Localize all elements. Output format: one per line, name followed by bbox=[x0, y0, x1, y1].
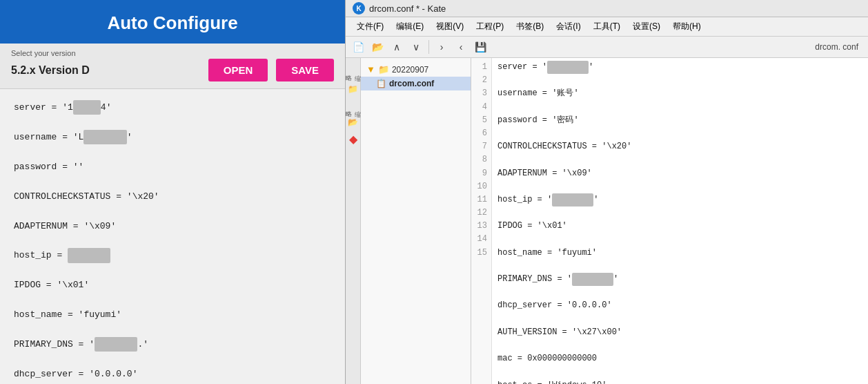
kate-title: drcom.conf * - Kate bbox=[369, 3, 446, 14]
sidebar-project-icon[interactable]: 缩略 bbox=[347, 99, 359, 112]
save-file-button[interactable]: 💾 bbox=[472, 39, 489, 55]
editor-line-4: CONTROLCHECKSTATUS = '\x20' bbox=[497, 140, 862, 153]
toolbar-separator bbox=[428, 40, 429, 54]
menu-help[interactable]: 帮助(H) bbox=[667, 19, 707, 35]
editor-line-6: host_ip = '████████' bbox=[497, 193, 862, 207]
code-line-4: CONTROLCHECKSTATUS = '\x20' bbox=[14, 189, 331, 204]
editor-line-5: ADAPTERNUM = '\x09' bbox=[497, 167, 862, 180]
sidebar-folder-icon[interactable]: 📁 bbox=[347, 83, 359, 95]
nav-forward-button[interactable]: › bbox=[433, 39, 450, 55]
kate-toolbar: 📄 📂 ∧ ∨ › ‹ 💾 drcom. conf bbox=[346, 37, 868, 58]
code-line-3: password = '' bbox=[14, 160, 331, 174]
editor-line-12: mac = 0x000000000000 bbox=[497, 352, 862, 365]
menu-file[interactable]: 文件(F) bbox=[351, 19, 389, 35]
editor-line-8: host_name = 'fuyumi' bbox=[497, 247, 862, 260]
save-button[interactable]: SAVE bbox=[276, 59, 334, 81]
code-line-8: host_name = 'fuyumi' bbox=[14, 307, 331, 322]
code-line-5: ADAPTERNUM = '\x09' bbox=[14, 219, 331, 233]
menu-session[interactable]: 会话(I) bbox=[551, 19, 586, 35]
nav-down-button[interactable]: ∨ bbox=[408, 39, 424, 55]
git-icon[interactable]: ◆ bbox=[349, 133, 357, 146]
tree-file-item[interactable]: 📋 drcom.conf bbox=[361, 77, 471, 90]
version-value: 5.2.x Version D bbox=[11, 64, 200, 77]
open-file-button[interactable]: 📂 bbox=[369, 39, 386, 55]
tree-folder-item[interactable]: ▼ 📁 20220907 bbox=[361, 62, 471, 77]
controls-bar: Select your version 5.2.x Version D OPEN… bbox=[0, 44, 345, 89]
menu-settings[interactable]: 设置(S) bbox=[627, 19, 666, 35]
kate-app-icon bbox=[353, 2, 365, 15]
folder-name: 20220907 bbox=[392, 65, 428, 75]
code-line-7: IPDOG = '\x01' bbox=[14, 278, 331, 292]
menu-bookmark[interactable]: 书签(B) bbox=[511, 19, 549, 35]
code-line-10: dhcp_server = '0.0.0.0' bbox=[14, 367, 331, 381]
file-name: drcom.conf bbox=[389, 79, 434, 88]
code-line-9: PRIMARY_DNS = '████████.' bbox=[14, 337, 331, 352]
app-title: Auto Configure bbox=[0, 0, 345, 44]
nav-back-button[interactable]: ‹ bbox=[453, 39, 469, 55]
nav-up-button[interactable]: ∧ bbox=[388, 39, 405, 55]
code-editor-area: 123456789101112131415 server = '████████… bbox=[471, 58, 868, 384]
folder-icon2: 📁 bbox=[378, 64, 389, 75]
code-lines-container: 123456789101112131415 server = '████████… bbox=[471, 58, 868, 384]
open-button[interactable]: OPEN bbox=[208, 59, 268, 81]
editor-line-9: PRIMARY_DNS = '████████' bbox=[497, 273, 862, 286]
editor-line-10: dhcp_server = '0.0.0.0' bbox=[497, 299, 862, 312]
code-line-2: username = 'L████████' bbox=[14, 130, 331, 144]
code-line-6: host_ip = ████████ bbox=[14, 248, 331, 262]
menu-tools[interactable]: 工具(T) bbox=[588, 19, 626, 35]
kate-editor: drcom.conf * - Kate 文件(F) 编辑(E) 视图(V) 工程… bbox=[345, 0, 868, 384]
code-content[interactable]: server = '████████' username = '账号' pass… bbox=[492, 58, 868, 384]
line-numbers: 123456789101112131415 bbox=[471, 58, 492, 384]
editor-line-11: AUTH_VERSION = '\x27\x00' bbox=[497, 326, 862, 339]
menu-edit[interactable]: 编辑(E) bbox=[391, 19, 429, 35]
file-icon: 📋 bbox=[376, 79, 386, 88]
folder-icon: ▼ bbox=[366, 64, 375, 75]
menu-view[interactable]: 视图(V) bbox=[431, 19, 469, 35]
new-file-button[interactable]: 📄 bbox=[350, 39, 366, 55]
kate-sidebar: 缩略 📁 缩略 📂 ◆ bbox=[346, 58, 361, 384]
file-tree-panel: ▼ 📁 20220907 📋 drcom.conf bbox=[361, 58, 471, 384]
kate-body: 缩略 📁 缩略 📂 ◆ ▼ 📁 20220907 📋 drcom.conf 12… bbox=[346, 58, 868, 384]
sidebar-files-icon[interactable]: 缩略 bbox=[347, 64, 359, 76]
version-label: Select your version bbox=[11, 49, 334, 57]
editor-line-1: server = '████████' bbox=[497, 61, 862, 74]
editor-line-2: username = '账号' bbox=[497, 87, 862, 100]
editor-line-7: IPDOG = '\x01' bbox=[497, 220, 862, 233]
code-line-1: server = '1████4' bbox=[14, 100, 331, 115]
menu-project[interactable]: 工程(P) bbox=[471, 19, 509, 35]
config-preview: server = '1████4' username = 'L████████'… bbox=[0, 89, 345, 384]
kate-titlebar: drcom.conf * - Kate bbox=[346, 0, 868, 17]
toolbar-filename: drcom. conf bbox=[815, 42, 864, 52]
editor-line-13: host_os = 'Windows 10' bbox=[497, 379, 862, 385]
kate-menubar: 文件(F) 编辑(E) 视图(V) 工程(P) 书签(B) 会话(I) 工具(T… bbox=[346, 17, 868, 37]
sidebar-open-icon[interactable]: 📂 bbox=[347, 116, 359, 128]
auto-configure-panel: Auto Configure Select your version 5.2.x… bbox=[0, 0, 345, 384]
editor-line-3: password = '密码' bbox=[497, 114, 862, 127]
